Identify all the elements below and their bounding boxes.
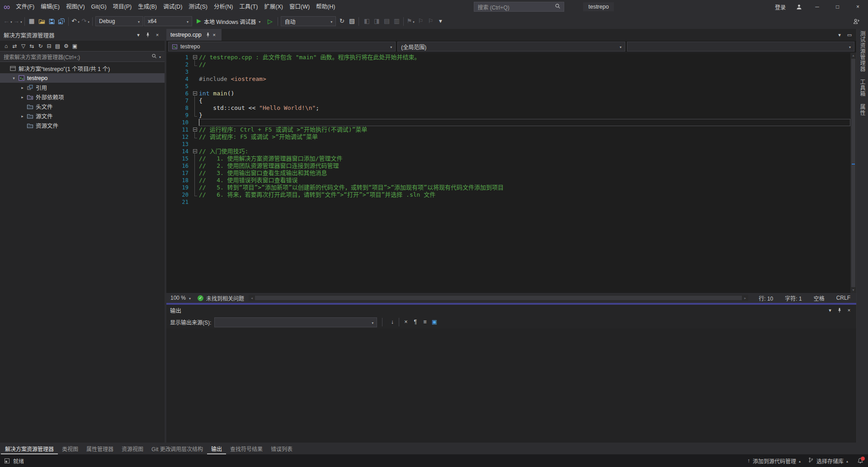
code-lines[interactable]: 1// testrepo.cpp : 此文件包含 "main" 函数。程序执行将… (166, 53, 850, 293)
scroll-down-icon[interactable]: ▾ (852, 288, 854, 293)
fold-collapse-icon[interactable] (193, 91, 197, 95)
tree-expander-icon[interactable] (19, 85, 26, 90)
home-icon[interactable]: ⌂ (2, 42, 10, 51)
scroll-up-icon[interactable]: ▴ (852, 53, 854, 58)
comment-selection-icon[interactable]: ▤ (382, 16, 392, 27)
editor-tab-testrepo-cpp[interactable]: testrepo.cpp × (166, 29, 222, 41)
output-content[interactable] (166, 329, 856, 443)
dock-tab-properties[interactable]: 属性 (859, 104, 866, 116)
tree-item-resource-files[interactable]: 资源文件 (0, 121, 165, 130)
tree-expander-icon[interactable] (19, 114, 26, 118)
window-position-icon[interactable]: ▾ (135, 31, 142, 39)
float-tab-group-icon[interactable]: ▭ (844, 29, 854, 40)
code-line-19[interactable]: 19// 5. 转到“项目”>“添加新项”以创建新的代码文件，或转到“项目”>“… (166, 184, 850, 191)
menu-build[interactable]: 生成(B) (135, 0, 160, 14)
chevron-down-icon[interactable] (159, 53, 161, 60)
code-line-7[interactable]: 7{ (166, 97, 850, 104)
redo-icon[interactable]: ↷ (80, 16, 90, 27)
bookmark-icon[interactable]: ⚑ (406, 16, 415, 27)
code-line-21[interactable]: 21 (166, 198, 850, 206)
tree-item-solution[interactable]: 解决方案“testrepo”(1 个项目/共 1 个) (0, 64, 165, 73)
tool-tab-call-hierarchy[interactable]: 调用层次结构 (166, 443, 207, 454)
uncomment-selection-icon[interactable]: ▥ (392, 16, 401, 27)
code-line-12[interactable]: 12// 调试程序: F5 或调试 >“开始调试”菜单 (166, 133, 850, 141)
code-line-16[interactable]: 16// 2. 使用团队资源管理器窗口连接到源代码管理 (166, 162, 850, 170)
add-to-source-control-button[interactable]: ↑ 添加到源代码管理 (747, 457, 801, 465)
breakpoint-margin[interactable] (166, 61, 175, 68)
tool-tab-class-view[interactable]: 类视图 (58, 443, 82, 454)
breakpoint-margin[interactable] (166, 133, 175, 141)
tab-list-chevron-icon[interactable]: ▾ (835, 29, 844, 40)
scroll-left-icon[interactable]: ◂ (249, 296, 255, 300)
open-file-icon[interactable] (37, 16, 47, 27)
feedback-icon[interactable] (796, 4, 802, 10)
breakpoint-margin[interactable] (166, 68, 175, 75)
code-line-4[interactable]: 4#include <iostream> (166, 75, 850, 83)
code-line-11[interactable]: 11// 运行程序: Ctrl + F5 或调试 >“开始执行(不调试)”菜单 (166, 126, 850, 133)
tool-tab-find-symbol-results[interactable]: 查找符号结果 (226, 443, 267, 454)
menu-debug[interactable]: 调试(D) (160, 0, 185, 14)
dock-tab-test-explorer[interactable]: 测试资源管理器 (859, 31, 866, 72)
code-line-14[interactable]: 14// 入门使用技巧: (166, 148, 850, 155)
scrollbar-thumb[interactable] (255, 296, 742, 300)
save-icon[interactable] (47, 16, 57, 27)
sign-in-button[interactable]: 登录 (769, 3, 791, 11)
breakpoint-margin[interactable] (166, 112, 175, 119)
breakpoint-margin[interactable] (166, 90, 175, 97)
hot-reload-icon[interactable]: ↻ (337, 16, 347, 27)
notifications-bell-icon[interactable] (857, 458, 863, 464)
code-line-18[interactable]: 18// 4. 使用错误列表窗口查看错误 (166, 177, 850, 184)
document-health-icon[interactable]: ✓ (198, 295, 203, 301)
breakpoint-margin[interactable] (166, 54, 175, 61)
solution-explorer-search-box[interactable]: 搜索解决方案资源管理器(Ctrl+;) (0, 52, 165, 62)
scrollbar-thumb[interactable] (851, 59, 855, 287)
tree-item-references[interactable]: 引用 (0, 83, 165, 92)
tree-item-source-files[interactable]: 源文件 (0, 111, 165, 121)
properties-icon[interactable]: ⚙ (62, 42, 71, 51)
break-all-icon[interactable]: ▧ (347, 16, 357, 27)
code-line-6[interactable]: 6int main() (166, 90, 850, 97)
menu-window[interactable]: 窗口(W) (286, 0, 313, 14)
breakpoint-margin[interactable] (166, 141, 175, 148)
code-line-3[interactable]: 3 (166, 68, 850, 75)
fold-collapse-icon[interactable] (193, 55, 197, 59)
solution-configuration-dropdown[interactable]: Debug (95, 16, 143, 26)
toolbar-options-icon[interactable]: ▾ (435, 16, 445, 27)
menu-project[interactable]: 项目(P) (110, 0, 135, 14)
filter-icon[interactable]: ▽ (19, 42, 28, 51)
minimize-button[interactable]: ─ (807, 0, 827, 14)
breakpoint-margin[interactable] (166, 126, 175, 133)
tree-item-testrepo[interactable]: testrepo (0, 73, 165, 83)
background-tasks-icon[interactable] (5, 458, 9, 463)
preview-selected-icon[interactable]: ▣ (71, 42, 79, 51)
open-in-new-window-icon[interactable]: ▣ (429, 317, 439, 327)
tool-tab-property-manager[interactable]: 属性管理器 (82, 443, 118, 454)
auto-attach-dropdown[interactable]: 自动 (281, 16, 336, 26)
tree-item-external-dependencies[interactable]: 外部依赖项 (0, 92, 165, 102)
breakpoint-margin[interactable] (166, 184, 175, 191)
word-wrap-icon[interactable]: ¶ (410, 317, 420, 327)
line-indicator[interactable]: 行: 10 (753, 294, 779, 302)
switch-views-icon[interactable]: ⇄ (10, 42, 19, 51)
tree-item-header-files[interactable]: 头文件 (0, 102, 165, 111)
messages-icon[interactable]: ≡ (420, 317, 429, 327)
menu-tools[interactable]: 工具(T) (236, 0, 261, 14)
breakpoint-margin[interactable] (166, 75, 175, 83)
breakpoint-margin[interactable] (166, 170, 175, 177)
eol-indicator[interactable]: CRLF (830, 295, 856, 301)
indent-increase-icon[interactable]: ◨ (372, 16, 382, 27)
menu-help[interactable]: 帮助(H) (313, 0, 338, 14)
breakpoint-margin[interactable] (166, 148, 175, 155)
clear-all-icon[interactable]: × (401, 317, 410, 327)
close-panel-icon[interactable]: × (845, 306, 853, 314)
close-panel-icon[interactable]: × (154, 31, 161, 39)
code-line-9[interactable]: 9} (166, 112, 850, 119)
show-all-files-icon[interactable]: ▤ (53, 42, 62, 51)
menu-file[interactable]: 文件(F) (13, 0, 38, 14)
tool-tab-solution-explorer[interactable]: 解决方案资源管理器 (1, 443, 58, 454)
breakpoint-margin[interactable] (166, 191, 175, 198)
start-without-debugging-button[interactable]: ▷ (265, 16, 275, 27)
breakpoint-margin[interactable] (166, 119, 175, 126)
breakpoint-margin[interactable] (166, 83, 175, 90)
tool-tab-resource-view[interactable]: 资源视图 (118, 443, 147, 454)
